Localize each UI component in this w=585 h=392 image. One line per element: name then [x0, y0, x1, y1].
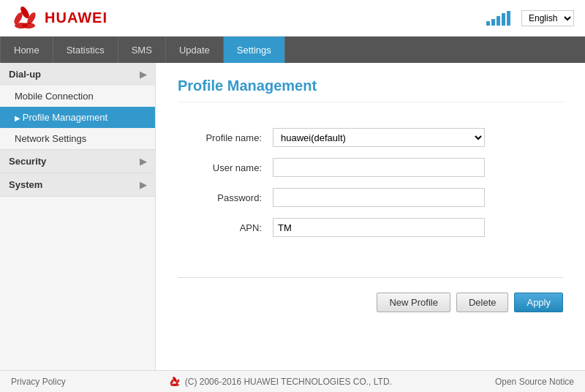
content-area: Profile Management Profile name: huawei(…	[156, 63, 585, 370]
password-input[interactable]	[273, 188, 485, 207]
system-expand-icon: ▶	[140, 180, 146, 190]
top-right-controls: English	[486, 10, 574, 26]
apn-label: APN:	[178, 222, 273, 233]
nav-bar: Home Statistics SMS Update Settings	[0, 37, 585, 63]
profile-name-select[interactable]: huawei(default)	[273, 128, 485, 147]
sidebar-item-network-settings[interactable]: Network Settings	[0, 128, 155, 149]
main-layout: Dial-up ▶ Mobile Connection Profile Mana…	[0, 63, 585, 370]
language-select[interactable]: English	[521, 10, 574, 26]
sidebar-section-dialup: Dial-up ▶ Mobile Connection Profile Mana…	[0, 63, 155, 150]
sidebar-item-mobile-connection[interactable]: Mobile Connection	[0, 86, 155, 107]
sidebar: Dial-up ▶ Mobile Connection Profile Mana…	[0, 63, 156, 370]
top-bar: HUAWEI English	[0, 0, 585, 37]
apn-row: APN:	[178, 218, 563, 237]
nav-item-home[interactable]: Home	[0, 37, 53, 63]
footer-center: (C) 2006-2016 HUAWEI TECHNOLOGIES CO., L…	[169, 376, 392, 388]
sidebar-section-security-header[interactable]: Security ▶	[0, 150, 155, 173]
signal-strength-icon	[486, 11, 510, 26]
sidebar-section-system-label: System	[9, 179, 42, 190]
button-row: New Profile Delete Apply	[178, 293, 563, 312]
username-row: User name:	[178, 158, 563, 177]
privacy-policy-link[interactable]: Privacy Policy	[11, 377, 66, 387]
footer-logo-icon	[169, 376, 181, 388]
footer-copyright: (C) 2006-2016 HUAWEI TECHNOLOGIES CO., L…	[185, 377, 392, 387]
nav-item-update[interactable]: Update	[166, 37, 224, 63]
delete-button[interactable]: Delete	[456, 293, 509, 312]
nav-item-sms[interactable]: SMS	[118, 37, 166, 63]
logo-area: HUAWEI	[11, 5, 107, 31]
sidebar-section-system-header[interactable]: System ▶	[0, 173, 155, 196]
username-input[interactable]	[273, 158, 485, 177]
open-source-link[interactable]: Open Source Notice	[495, 377, 574, 387]
apn-input[interactable]	[273, 218, 485, 237]
nav-item-statistics[interactable]: Statistics	[53, 37, 118, 63]
apply-button[interactable]: Apply	[514, 293, 563, 312]
profile-management-form: Profile name: huawei(default) User name:…	[178, 121, 563, 263]
profile-name-label: Profile name:	[178, 132, 273, 143]
sidebar-item-profile-management[interactable]: Profile Management	[0, 107, 155, 128]
nav-item-settings[interactable]: Settings	[224, 37, 285, 63]
sidebar-section-dialup-label: Dial-up	[9, 69, 41, 80]
form-divider	[178, 277, 563, 278]
huawei-logo-icon	[11, 5, 39, 31]
sidebar-section-security-label: Security	[9, 156, 46, 167]
sidebar-section-system: System ▶	[0, 173, 155, 197]
password-label: Password:	[178, 192, 273, 203]
new-profile-button[interactable]: New Profile	[377, 293, 450, 312]
sidebar-section-security: Security ▶	[0, 150, 155, 173]
footer: Privacy Policy (C) 2006-2016 HUAWEI TECH…	[0, 370, 585, 392]
password-row: Password:	[178, 188, 563, 207]
profile-name-row: Profile name: huawei(default)	[178, 128, 563, 147]
page-title: Profile Management	[178, 78, 563, 102]
security-expand-icon: ▶	[140, 157, 146, 167]
username-label: User name:	[178, 162, 273, 173]
sidebar-section-dialup-header[interactable]: Dial-up ▶	[0, 63, 155, 86]
brand-name: HUAWEI	[45, 10, 107, 26]
dialup-expand-icon: ▶	[140, 69, 146, 80]
